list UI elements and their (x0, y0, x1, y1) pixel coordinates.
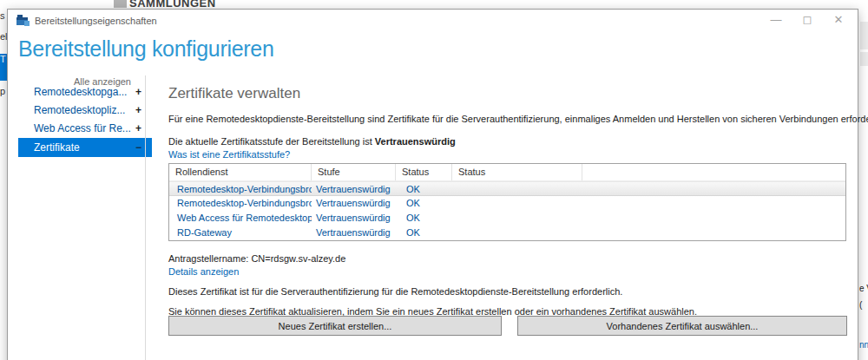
dialog-title: Bereitstellungseigenschaften (35, 10, 157, 32)
minimize-button[interactable]: — (765, 10, 787, 32)
create-new-certificate-button[interactable]: Neues Zertifikat erstellen... (168, 316, 502, 336)
wizard-nav: Remotedesktopga... + Remotedesktopliz...… (18, 83, 152, 157)
column-header-empty (582, 164, 845, 180)
nav-item-web-access[interactable]: Web Access für Re... + (18, 120, 152, 138)
column-header-stufe[interactable]: Stufe (312, 164, 396, 180)
title-bar[interactable]: Bereitstellungseigenschaften — ◻ ✕ (8, 10, 858, 32)
table-row[interactable]: Remotedesktop-Verbindungsbroker Vertraue… (169, 181, 845, 196)
wizard-heading: Bereitstellung konfigurieren (18, 36, 274, 62)
nav-item-label: Web Access für Re... (34, 122, 131, 134)
maximize-button[interactable]: ◻ (796, 10, 819, 32)
cell-status: OK (396, 196, 452, 211)
select-existing-certificate-button[interactable]: Vorhandenes Zertifikat auswählen... (517, 316, 847, 336)
bg-right-fragment: ( (859, 300, 868, 310)
table-header-row: Rollendienst Stufe Status Status (169, 164, 845, 181)
close-button[interactable]: ✕ (827, 10, 850, 32)
certificate-level-help-link[interactable]: Was ist eine Zertifikatsstufe? (168, 149, 290, 160)
subject-name-text: Antragstellername: CN=rdsgw.sv-alzey.de (168, 253, 345, 264)
column-header-status-2[interactable]: Status (452, 164, 582, 180)
table-row[interactable]: Remotedesktop-Verbindungsbroker Vertraue… (169, 196, 845, 211)
cell-status: OK (396, 211, 452, 226)
deployment-properties-icon (16, 15, 30, 26)
certificate-required-text: Dieses Zertifikat ist für die Serverauth… (168, 286, 622, 297)
cell-status: OK (396, 182, 452, 195)
cell-rollendienst: Web Access für Remotedesktop (169, 211, 312, 226)
bg-left-fragment: s (0, 10, 7, 21)
bg-right-tile (860, 52, 868, 66)
bg-left-fragment: p (0, 86, 7, 96)
nav-item-label: Remotedesktopliz... (34, 104, 125, 116)
bg-left-fragment: el (0, 31, 7, 42)
cell-stufe: Vertrauenswürdig (312, 211, 396, 226)
expand-icon[interactable]: + (135, 83, 141, 101)
cell-stufe: Vertrauenswürdig (312, 226, 396, 240)
cell-stufe: Vertrauenswürdig (312, 196, 396, 211)
certificate-level-prefix: Die aktuelle Zertifikatsstufe der Bereit… (168, 136, 375, 147)
expand-icon[interactable]: + (135, 101, 141, 120)
bg-selected-nav-fragment: T (0, 54, 7, 81)
nav-item-remotedesktoplizenzierung[interactable]: Remotedesktopliz... + (18, 101, 152, 120)
nav-item-remotedesktopgateway[interactable]: Remotedesktopga... + (18, 83, 152, 101)
intro-text: Für eine Remotedesktopdienste-Bereitstel… (168, 114, 868, 124)
column-header-status[interactable]: Status (396, 164, 452, 180)
nav-item-zertifikate[interactable]: Zertifikate − (18, 138, 152, 157)
bg-right-tile (860, 22, 868, 49)
collections-icon (114, 0, 127, 8)
certificates-table: Rollendienst Stufe Status Status Remoted… (168, 163, 846, 241)
cell-rollendienst: RD-Gateway (169, 226, 312, 240)
cell-rollendienst: Remotedesktop-Verbindungsbroker (169, 182, 312, 195)
certificate-level-text: Die aktuelle Zertifikatsstufe der Bereit… (168, 136, 456, 147)
certificate-level-value: Vertrauenswürdig (375, 136, 456, 147)
bg-left-fragment: T (0, 54, 6, 64)
collapse-icon[interactable]: − (135, 138, 141, 157)
nav-item-label: Remotedesktopga... (34, 86, 127, 98)
cell-rollendienst: Remotedesktop-Verbindungsbroker (169, 196, 312, 211)
bg-right-fragment: e V (859, 284, 868, 293)
table-row[interactable]: Web Access für Remotedesktop Vertrauensw… (169, 211, 845, 226)
deployment-properties-dialog: Bereitstellungseigenschaften — ◻ ✕ Berei… (7, 9, 858, 360)
section-title: Zertifikate verwalten (168, 85, 300, 102)
table-row[interactable]: RD-Gateway Vertrauenswürdig OK (169, 226, 845, 240)
nav-separator (145, 75, 146, 360)
cell-status: OK (396, 226, 452, 240)
column-header-rollendienst[interactable]: Rollendienst (169, 164, 312, 180)
show-details-link[interactable]: Details anzeigen (168, 266, 239, 277)
bg-right-fragment: nn (859, 340, 868, 350)
expand-icon[interactable]: + (135, 120, 141, 138)
cell-stufe: Vertrauenswürdig (312, 182, 396, 195)
nav-item-label: Zertifikate (34, 141, 80, 154)
